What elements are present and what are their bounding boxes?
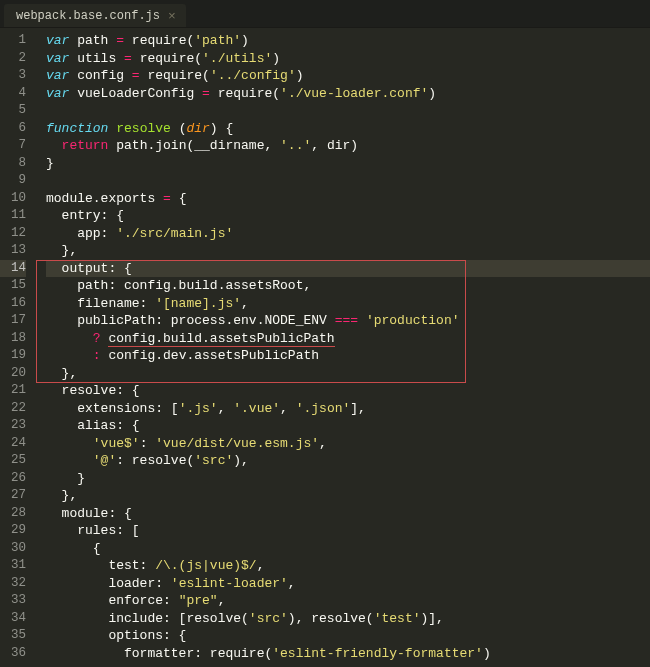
code-line: loader: 'eslint-loader', [46, 575, 650, 593]
tab-active[interactable]: webpack.base.conf.js × [4, 4, 186, 27]
line-number: 8 [0, 155, 26, 173]
line-number: 35 [0, 627, 26, 645]
line-number: 31 [0, 557, 26, 575]
line-number: 7 [0, 137, 26, 155]
code-line: test: /\.(js|vue)$/, [46, 557, 650, 575]
code-line: options: { [46, 627, 650, 645]
line-number: 9 [0, 172, 26, 190]
line-number: 15 [0, 277, 26, 295]
line-number: 29 [0, 522, 26, 540]
code-line [46, 172, 650, 190]
code-line: } [46, 155, 650, 173]
code-line: resolve: { [46, 382, 650, 400]
code-line: : config.dev.assetsPublicPath [46, 347, 650, 365]
code-line: extensions: ['.js', '.vue', '.json'], [46, 400, 650, 418]
line-number: 4 [0, 85, 26, 103]
line-number: 16 [0, 295, 26, 313]
code-line: alias: { [46, 417, 650, 435]
code-line: publicPath: process.env.NODE_ENV === 'pr… [46, 312, 650, 330]
line-number: 21 [0, 382, 26, 400]
tab-bar: webpack.base.conf.js × [0, 0, 650, 28]
line-number: 17 [0, 312, 26, 330]
line-number: 5 [0, 102, 26, 120]
annotation-underline: config.build.assetsPublicPath [108, 331, 334, 347]
code-line: include: [resolve('src'), resolve('test'… [46, 610, 650, 628]
line-number: 28 [0, 505, 26, 523]
tab-filename: webpack.base.conf.js [16, 9, 160, 23]
code-line: return path.join(__dirname, '..', dir) [46, 137, 650, 155]
line-number: 36 [0, 645, 26, 663]
line-number: 33 [0, 592, 26, 610]
line-number: 22 [0, 400, 26, 418]
code-line: } [46, 470, 650, 488]
line-number: 12 [0, 225, 26, 243]
code-line: app: './src/main.js' [46, 225, 650, 243]
line-number: 19 [0, 347, 26, 365]
code-line: ? config.build.assetsPublicPath [46, 330, 650, 348]
line-number: 24 [0, 435, 26, 453]
line-number: 18 [0, 330, 26, 348]
code-line: { [46, 540, 650, 558]
code-line: rules: [ [46, 522, 650, 540]
code-line: var path = require('path') [46, 32, 650, 50]
code-line: '@': resolve('src'), [46, 452, 650, 470]
line-number: 34 [0, 610, 26, 628]
line-number: 11 [0, 207, 26, 225]
code-line: }, [46, 365, 650, 383]
code-line-active: output: { [46, 260, 650, 278]
line-number: 3 [0, 67, 26, 85]
line-number: 1 [0, 32, 26, 50]
close-icon[interactable]: × [168, 10, 176, 23]
code-line: var config = require('../config') [46, 67, 650, 85]
code-line: filename: '[name].js', [46, 295, 650, 313]
line-number: 2 [0, 50, 26, 68]
line-number: 26 [0, 470, 26, 488]
code-line: function resolve (dir) { [46, 120, 650, 138]
code-line: path: config.build.assetsRoot, [46, 277, 650, 295]
code-line: }, [46, 487, 650, 505]
code-line: enforce: "pre", [46, 592, 650, 610]
code-line: 'vue$': 'vue/dist/vue.esm.js', [46, 435, 650, 453]
code-line: module: { [46, 505, 650, 523]
line-number: 6 [0, 120, 26, 138]
code-area[interactable]: var path = require('path') var utils = r… [34, 28, 650, 667]
code-line: }, [46, 242, 650, 260]
line-number: 30 [0, 540, 26, 558]
code-line: var vueLoaderConfig = require('./vue-loa… [46, 85, 650, 103]
code-line: formatter: require('eslint-friendly-form… [46, 645, 650, 663]
code-line: module.exports = { [46, 190, 650, 208]
line-number: 23 [0, 417, 26, 435]
line-number: 14 [0, 260, 26, 278]
code-line [46, 102, 650, 120]
line-number: 25 [0, 452, 26, 470]
line-number: 27 [0, 487, 26, 505]
line-number: 10 [0, 190, 26, 208]
line-number-gutter: 1 2 3 4 5 6 7 8 9 10 11 12 13 14 15 16 1… [0, 28, 34, 667]
code-line: var utils = require('./utils') [46, 50, 650, 68]
line-number: 13 [0, 242, 26, 260]
editor: 1 2 3 4 5 6 7 8 9 10 11 12 13 14 15 16 1… [0, 28, 650, 667]
line-number: 32 [0, 575, 26, 593]
line-number: 20 [0, 365, 26, 383]
code-line: entry: { [46, 207, 650, 225]
